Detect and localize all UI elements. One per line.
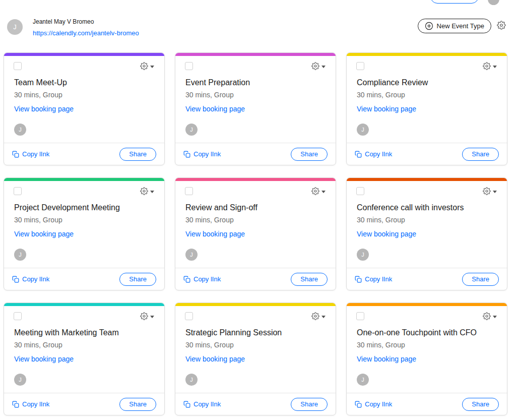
event-settings-button[interactable] bbox=[311, 187, 326, 195]
chevron-down-icon bbox=[493, 316, 497, 318]
view-booking-page-link[interactable]: View booking page bbox=[357, 105, 416, 113]
event-title: Compliance Review bbox=[357, 78, 497, 87]
copy-icon bbox=[12, 151, 19, 158]
copy-link-button[interactable]: Copy lInk bbox=[12, 275, 49, 283]
event-card-body: Meeting with Marketing Team 30 mins, Gro… bbox=[4, 306, 164, 393]
view-booking-page-link[interactable]: View booking page bbox=[185, 105, 245, 113]
copy-icon bbox=[12, 401, 19, 408]
user-name: Jeantel May V Bromeo bbox=[33, 18, 139, 25]
select-event-checkbox[interactable] bbox=[185, 187, 193, 195]
select-event-checkbox[interactable] bbox=[14, 62, 22, 70]
event-card-footer: Copy lInk Share bbox=[175, 268, 336, 290]
event-card-head bbox=[14, 312, 154, 320]
view-booking-page-link[interactable]: View booking page bbox=[185, 230, 245, 238]
share-button[interactable]: Share bbox=[119, 398, 156, 411]
gear-icon bbox=[311, 312, 319, 320]
copy-link-label: Copy lInk bbox=[193, 400, 221, 408]
event-card-head bbox=[185, 312, 326, 320]
event-card: Compliance Review 30 mins, Group View bo… bbox=[346, 52, 507, 165]
share-button[interactable]: Share bbox=[291, 148, 328, 161]
select-event-checkbox[interactable] bbox=[14, 187, 22, 195]
copy-link-button[interactable]: Copy lInk bbox=[183, 150, 221, 158]
user-avatar: J bbox=[7, 19, 23, 35]
event-avatar: J bbox=[185, 249, 198, 261]
event-card: Event Preparation 30 mins, Group View bo… bbox=[175, 52, 336, 165]
top-cutoff-button[interactable] bbox=[430, 0, 479, 4]
event-settings-button[interactable] bbox=[483, 62, 497, 70]
event-title: Strategic Planning Session bbox=[185, 328, 326, 337]
event-settings-button[interactable] bbox=[140, 312, 154, 320]
view-booking-page-link[interactable]: View booking page bbox=[185, 355, 245, 363]
event-card-footer: Copy lInk Share bbox=[175, 393, 336, 415]
select-event-checkbox[interactable] bbox=[356, 187, 364, 195]
share-button[interactable]: Share bbox=[462, 273, 499, 286]
event-title: Conference call with investors bbox=[357, 203, 497, 212]
copy-icon bbox=[355, 401, 362, 408]
event-avatar: J bbox=[357, 374, 369, 386]
new-event-type-label: New Event Type bbox=[437, 22, 484, 30]
event-card-footer: Copy lInk Share bbox=[4, 393, 164, 415]
copy-link-button[interactable]: Copy lInk bbox=[183, 275, 221, 283]
select-event-checkbox[interactable] bbox=[356, 312, 364, 320]
chevron-down-icon bbox=[150, 316, 154, 318]
select-event-checkbox[interactable] bbox=[185, 62, 193, 70]
chevron-down-icon bbox=[150, 191, 154, 193]
chevron-down-icon bbox=[493, 66, 497, 68]
gear-icon bbox=[483, 312, 491, 320]
select-event-checkbox[interactable] bbox=[356, 62, 364, 70]
share-button[interactable]: Share bbox=[291, 398, 328, 411]
gear-icon bbox=[140, 187, 148, 195]
share-button[interactable]: Share bbox=[119, 148, 156, 161]
gear-icon bbox=[140, 62, 148, 70]
event-meta: 30 mins, Group bbox=[14, 216, 154, 224]
event-meta: 30 mins, Group bbox=[185, 91, 326, 99]
copy-link-button[interactable]: Copy lInk bbox=[12, 150, 49, 158]
share-button[interactable]: Share bbox=[291, 273, 328, 286]
copy-link-button[interactable]: Copy lInk bbox=[355, 150, 392, 158]
copy-link-button[interactable]: Copy lInk bbox=[183, 400, 221, 408]
event-card: Project Development Meeting 30 mins, Gro… bbox=[4, 177, 165, 290]
gear-icon bbox=[497, 21, 506, 30]
view-booking-page-link[interactable]: View booking page bbox=[357, 355, 416, 363]
event-settings-button[interactable] bbox=[311, 312, 326, 320]
event-settings-button[interactable] bbox=[483, 312, 497, 320]
copy-icon bbox=[355, 151, 362, 158]
settings-gear-button[interactable] bbox=[497, 21, 506, 30]
event-card: Conference call with investors 30 mins, … bbox=[346, 177, 507, 290]
event-card-body: Team Meet-Up 30 mins, Group View booking… bbox=[4, 56, 164, 143]
copy-link-button[interactable]: Copy lInk bbox=[355, 400, 392, 408]
event-card-footer: Copy lInk Share bbox=[347, 268, 507, 290]
view-booking-page-link[interactable]: View booking page bbox=[357, 230, 416, 238]
share-button[interactable]: Share bbox=[119, 273, 156, 286]
event-settings-button[interactable] bbox=[140, 62, 154, 70]
view-booking-page-link[interactable]: View booking page bbox=[14, 230, 74, 238]
event-settings-button[interactable] bbox=[483, 187, 497, 195]
new-event-type-button[interactable]: New Event Type bbox=[418, 19, 491, 33]
copy-icon bbox=[12, 276, 19, 283]
event-settings-button[interactable] bbox=[140, 187, 154, 195]
event-cards-grid: Team Meet-Up 30 mins, Group View booking… bbox=[4, 52, 507, 415]
copy-link-label: Copy lInk bbox=[22, 150, 49, 158]
event-card-head bbox=[185, 62, 326, 70]
top-cutoff-avatar[interactable] bbox=[488, 0, 499, 5]
view-booking-page-link[interactable]: View booking page bbox=[14, 355, 74, 363]
select-event-checkbox[interactable] bbox=[14, 312, 22, 320]
chevron-down-icon bbox=[493, 191, 497, 193]
page-header: J Jeantel May V Bromeo https://calendly.… bbox=[0, 0, 518, 52]
share-button[interactable]: Share bbox=[462, 148, 499, 161]
copy-link-label: Copy lInk bbox=[365, 150, 392, 158]
event-card-head bbox=[357, 187, 497, 195]
copy-link-button[interactable]: Copy lInk bbox=[355, 275, 392, 283]
copy-link-button[interactable]: Copy lInk bbox=[12, 400, 49, 408]
event-card-head bbox=[14, 62, 154, 70]
event-card: Team Meet-Up 30 mins, Group View booking… bbox=[4, 52, 165, 165]
event-avatar: J bbox=[14, 374, 26, 386]
view-booking-page-link[interactable]: View booking page bbox=[14, 105, 74, 113]
event-card-body: Compliance Review 30 mins, Group View bo… bbox=[347, 56, 507, 143]
gear-icon bbox=[311, 187, 319, 195]
event-avatar: J bbox=[357, 124, 369, 136]
select-event-checkbox[interactable] bbox=[185, 312, 193, 320]
share-button[interactable]: Share bbox=[462, 398, 499, 411]
event-settings-button[interactable] bbox=[311, 62, 326, 70]
user-scheduling-link[interactable]: https://calendly.com/jeantelv-bromeo bbox=[33, 29, 139, 37]
